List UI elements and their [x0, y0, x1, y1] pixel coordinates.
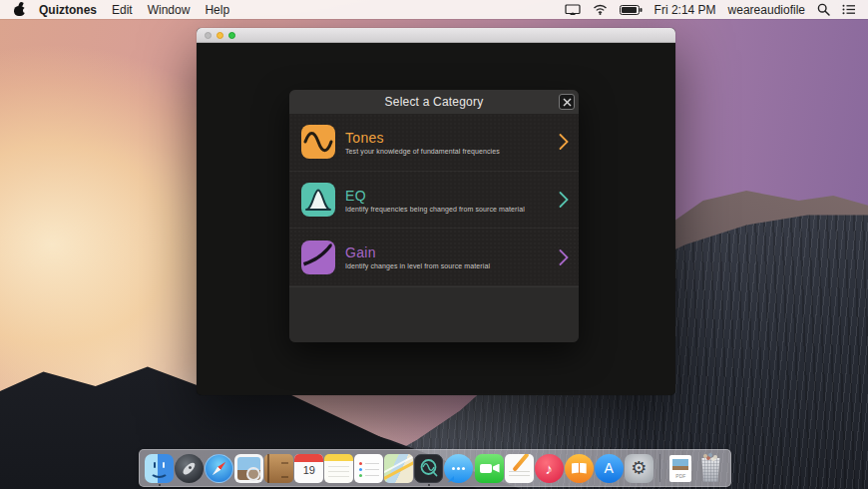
maps-icon	[384, 454, 413, 483]
desktop: Quiztones Edit Window Help Fri 2:14 PM w…	[0, 0, 868, 489]
launchpad-rocket-icon	[175, 454, 204, 483]
wifi-icon[interactable]	[593, 4, 608, 15]
zoom-window-button[interactable]	[228, 32, 235, 39]
minimize-window-button[interactable]	[217, 32, 223, 39]
dock: 19	[139, 449, 731, 487]
pdf-document-icon: PDF	[669, 455, 691, 482]
menu-app-name[interactable]: Quiztones	[39, 3, 97, 17]
category-row-tones[interactable]: Tones Test your knowledge of fundamental…	[289, 114, 579, 172]
reminders-icon	[354, 454, 383, 483]
dock-item-pages[interactable]	[505, 452, 534, 484]
close-x-icon	[563, 98, 572, 107]
pages-icon	[505, 454, 534, 483]
dock-item-launchpad[interactable]	[175, 452, 204, 484]
category-title: Tones	[345, 130, 500, 146]
dock-item-system-preferences[interactable]	[625, 452, 653, 484]
system-preferences-gear-icon	[625, 454, 653, 483]
app-store-icon	[595, 454, 624, 483]
category-row-gain[interactable]: Gain Identify changes in level from sour…	[289, 229, 579, 286]
calendar-icon: 19	[294, 454, 323, 483]
dock-item-trash[interactable]	[696, 452, 725, 484]
category-title: EQ	[345, 188, 525, 204]
notes-icon	[324, 454, 353, 483]
category-row-eq[interactable]: EQ Identify frequencies being changed fr…	[289, 172, 579, 230]
dock-item-app-store[interactable]	[595, 452, 624, 484]
gain-ramp-icon	[301, 241, 335, 274]
dock-divider	[659, 454, 660, 482]
apple-menu-icon[interactable]	[14, 3, 25, 16]
dock-item-calendar[interactable]: 19	[294, 452, 323, 484]
notification-center-icon[interactable]	[842, 4, 856, 15]
menu-clock[interactable]: Fri 2:14 PM	[654, 3, 716, 17]
dock-item-facetime[interactable]	[475, 452, 504, 484]
dock-item-itunes[interactable]	[535, 452, 564, 484]
chevron-right-icon	[559, 192, 569, 209]
chevron-right-icon	[559, 134, 569, 151]
eq-bell-curve-icon	[301, 183, 335, 217]
dock-item-reminders[interactable]	[354, 452, 383, 484]
close-window-button[interactable]	[205, 32, 212, 39]
dock-item-ibooks[interactable]	[565, 452, 594, 484]
dock-item-quiztones[interactable]	[414, 452, 443, 484]
category-description: Test your knowledge of fundamental frequ…	[345, 148, 500, 155]
dock-item-contacts[interactable]	[264, 452, 293, 484]
menu-bar: Quiztones Edit Window Help Fri 2:14 PM w…	[0, 0, 868, 19]
chevron-right-icon	[559, 248, 569, 265]
calendar-day-number: 19	[294, 465, 323, 476]
category-list: Tones Test your knowledge of fundamental…	[289, 114, 579, 286]
running-indicator-dot	[159, 484, 162, 487]
dock-item-preview[interactable]	[234, 452, 263, 484]
trash-icon	[698, 454, 722, 482]
dialog-title: Select a Category	[385, 95, 484, 109]
dock-item-maps[interactable]	[384, 452, 413, 484]
select-category-dialog: Select a Category Tones Test your knowle…	[289, 90, 579, 342]
spotlight-search-icon[interactable]	[817, 3, 830, 16]
dock-item-finder[interactable]	[145, 452, 174, 484]
menu-window[interactable]: Window	[148, 3, 191, 17]
dock-item-notes[interactable]	[324, 452, 353, 484]
pdf-label: PDF	[669, 474, 691, 479]
safari-compass-icon	[205, 454, 233, 483]
menu-username[interactable]: weareaudiofile	[728, 3, 805, 17]
category-description: Identify changes in level from source ma…	[345, 262, 490, 269]
messages-bubble-icon	[444, 454, 473, 483]
sine-wave-icon	[301, 125, 335, 159]
dock-item-pdf-document[interactable]: PDF	[666, 452, 695, 484]
menu-edit[interactable]: Edit	[112, 3, 133, 17]
contacts-book-icon	[264, 454, 293, 483]
quiztones-app-icon	[414, 454, 443, 483]
dialog-footer	[289, 286, 579, 342]
window-titlebar[interactable]	[197, 28, 675, 43]
category-description: Identify frequencies being changed from …	[345, 206, 525, 213]
dock-item-messages[interactable]	[444, 452, 473, 484]
finder-icon	[145, 454, 174, 483]
preview-photo-icon	[234, 454, 263, 483]
itunes-music-note-icon	[535, 454, 564, 483]
menu-help[interactable]: Help	[205, 3, 229, 17]
ibooks-open-book-icon	[565, 454, 594, 483]
quiztones-window: Select a Category Tones Test your knowle…	[197, 28, 675, 395]
facetime-camera-icon	[475, 454, 504, 483]
battery-icon[interactable]	[620, 5, 643, 15]
category-title: Gain	[345, 244, 490, 260]
dock-item-safari[interactable]	[205, 452, 233, 484]
close-dialog-button[interactable]	[559, 94, 575, 110]
dialog-header: Select a Category	[289, 90, 579, 114]
display-mirroring-icon[interactable]	[565, 4, 581, 16]
